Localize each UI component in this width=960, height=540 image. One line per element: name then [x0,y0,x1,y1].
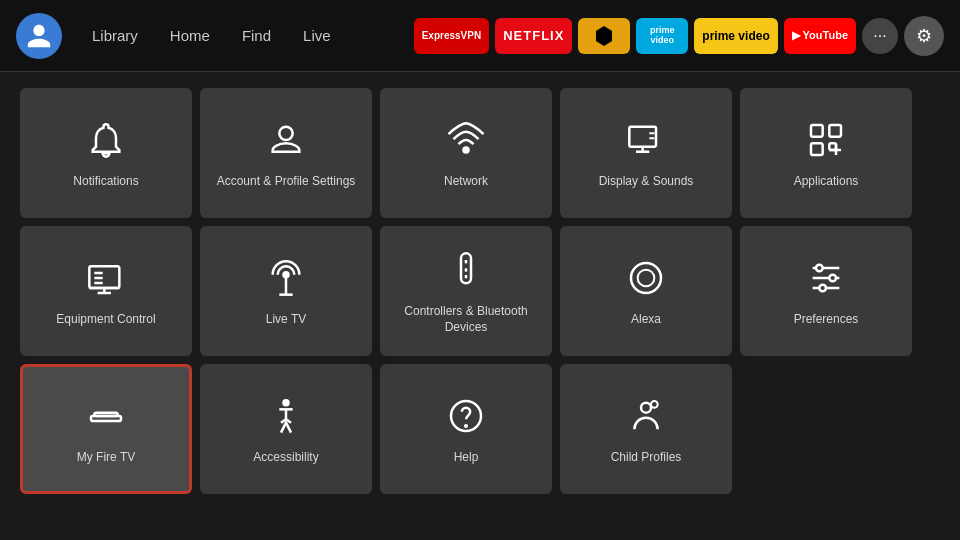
tile-equipment-label: Equipment Control [48,312,163,328]
settings-grid: Notifications Account & Profile Settings… [0,72,960,510]
bell-icon [82,116,130,164]
remote-icon [442,246,490,294]
svg-point-1 [464,148,469,153]
grid-row-3: My Fire TV Accessibility [20,364,940,494]
tile-preferences-label: Preferences [786,312,867,328]
app-prime[interactable]: primevideo [636,18,688,54]
tile-childprofiles-label: Child Profiles [603,450,690,466]
app-imdb[interactable]: prime video [694,18,777,54]
tile-applications-label: Applications [786,174,867,190]
svg-point-14 [284,272,289,277]
svg-point-28 [819,285,826,292]
nav-find[interactable]: Find [228,21,285,50]
svg-rect-2 [629,127,656,147]
more-apps-button[interactable]: ··· [862,18,898,54]
svg-point-21 [631,263,661,293]
svg-rect-30 [91,416,121,421]
nav-live[interactable]: Live [289,21,345,50]
grid-row-2: Equipment Control Live TV [20,226,940,356]
tile-display-label: Display & Sounds [591,174,702,190]
app-expressvpn[interactable]: ExpressVPN [414,18,489,54]
tile-myfiretv[interactable]: My Fire TV [20,364,192,494]
person-icon [262,116,310,164]
topbar: Library Home Find Live ExpressVPN NETFLI… [0,0,960,72]
sliders-icon [802,254,850,302]
tv-icon [82,254,130,302]
svg-point-35 [651,401,658,408]
tile-livetv-label: Live TV [258,312,314,328]
tile-livetv[interactable]: Live TV [200,226,372,356]
svg-point-26 [816,265,823,272]
tile-account-label: Account & Profile Settings [209,174,364,190]
tile-controllers[interactable]: Controllers & Bluetooth Devices [380,226,552,356]
tile-accessibility-label: Accessibility [245,450,326,466]
app-youtube[interactable]: ▶ YouTube [784,18,856,54]
wifi-icon [442,116,490,164]
tile-alexa[interactable]: Alexa [560,226,732,356]
firetv-icon [82,392,130,440]
tile-equipment[interactable]: Equipment Control [20,226,192,356]
help-icon [442,392,490,440]
display-icon [622,116,670,164]
tile-myfiretv-label: My Fire TV [69,450,143,466]
app-plex[interactable] [578,18,630,54]
svg-rect-4 [829,125,841,137]
tile-help-label: Help [446,450,487,466]
svg-point-22 [638,270,655,287]
svg-point-27 [829,275,836,282]
grid-row-1: Notifications Account & Profile Settings… [20,88,940,218]
tile-network-label: Network [436,174,496,190]
svg-point-34 [641,403,651,413]
settings-button[interactable]: ⚙ [904,16,944,56]
accessibility-icon [262,392,310,440]
nav-home[interactable]: Home [156,21,224,50]
tile-preferences[interactable]: Preferences [740,226,912,356]
tile-notifications[interactable]: Notifications [20,88,192,218]
svg-rect-3 [811,125,823,137]
antenna-icon [262,254,310,302]
tile-applications[interactable]: Applications [740,88,912,218]
svg-rect-10 [89,267,119,289]
tile-notifications-label: Notifications [65,174,146,190]
app-icons-bar: ExpressVPN NETFLIX primevideo prime vide… [414,16,944,56]
tile-accessibility[interactable]: Accessibility [200,364,372,494]
alexa-icon [622,254,670,302]
tile-alexa-label: Alexa [623,312,669,328]
svg-point-0 [279,127,292,140]
tile-childprofiles[interactable]: Child Profiles [560,364,732,494]
apps-icon [802,116,850,164]
tile-network[interactable]: Network [380,88,552,218]
app-netflix[interactable]: NETFLIX [495,18,572,54]
svg-rect-5 [811,144,823,156]
svg-point-31 [284,400,289,405]
user-avatar[interactable] [16,13,62,59]
tile-help[interactable]: Help [380,364,552,494]
tile-account[interactable]: Account & Profile Settings [200,88,372,218]
tile-controllers-label: Controllers & Bluetooth Devices [380,304,552,335]
child-icon [622,392,670,440]
nav-library[interactable]: Library [78,21,152,50]
tile-display[interactable]: Display & Sounds [560,88,732,218]
main-nav: Library Home Find Live [78,21,345,50]
svg-point-33 [465,425,467,427]
